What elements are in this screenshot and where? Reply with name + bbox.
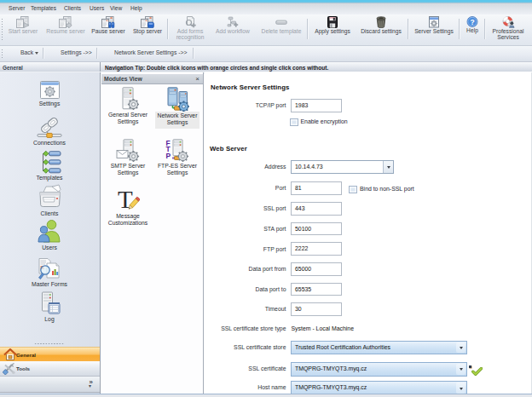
svg-text:P: P bbox=[166, 152, 171, 160]
svg-text:?: ? bbox=[470, 17, 474, 26]
